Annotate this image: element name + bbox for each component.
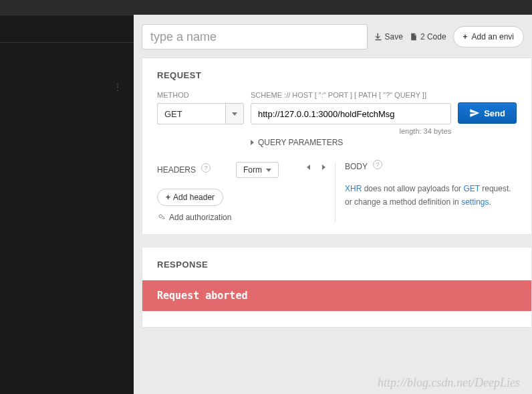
save-button[interactable]: Save <box>374 32 403 41</box>
chevron-left-icon[interactable] <box>307 165 310 170</box>
chevron-down-icon <box>266 169 271 172</box>
pane-arrows <box>297 162 335 222</box>
response-error: Request aborted <box>142 280 531 311</box>
method-value: GET <box>157 103 225 124</box>
response-title: RESPONSE <box>142 260 531 280</box>
method-label: METHOD <box>157 91 244 99</box>
key-icon <box>157 213 165 221</box>
help-icon[interactable]: ? <box>201 163 211 173</box>
sidebar-kebab-icon[interactable]: ⋮ <box>114 82 123 92</box>
sidebar: ⋮ <box>0 15 134 394</box>
add-auth-label: Add authorization <box>169 213 231 222</box>
name-input[interactable] <box>142 24 368 50</box>
code-label: 2 Code <box>420 32 446 41</box>
help-icon[interactable]: ? <box>373 160 382 169</box>
top-bar <box>0 0 532 15</box>
plus-icon: + <box>166 193 170 202</box>
request-title: REQUEST <box>157 70 517 80</box>
xhr-link[interactable]: XHR <box>345 184 362 193</box>
send-label: Send <box>484 108 505 118</box>
sidebar-divider <box>0 42 134 43</box>
headers-label: HEADERS <box>157 165 196 175</box>
main-area: Save 2 Code + Add an envi REQUEST METHOD… <box>134 15 532 394</box>
add-authorization-button[interactable]: Add authorization <box>157 213 297 222</box>
triangle-right-icon <box>251 140 254 145</box>
save-label: Save <box>385 32 403 41</box>
chevron-down-icon <box>232 112 237 116</box>
query-parameters-label: QUERY PARAMETERS <box>258 138 343 147</box>
toolbar: Save 2 Code + Add an envi <box>134 15 532 58</box>
form-label: Form <box>243 165 262 175</box>
add-env-label: Add an envi <box>472 32 514 41</box>
body-label: BODY <box>345 162 368 171</box>
download-icon <box>374 33 382 41</box>
headers-view-toggle[interactable]: Form <box>236 162 279 178</box>
add-header-button[interactable]: + Add header <box>157 189 223 206</box>
method-select[interactable]: GET <box>157 103 244 124</box>
request-panel: REQUEST METHOD GET SCHEME :// HOST [ ":"… <box>142 58 532 235</box>
method-dropdown-toggle[interactable] <box>225 103 244 124</box>
vertical-divider <box>335 162 336 222</box>
send-icon <box>469 108 480 118</box>
get-link[interactable]: GET <box>463 184 479 193</box>
add-header-label: Add header <box>173 193 215 202</box>
chevron-right-icon[interactable] <box>322 165 325 170</box>
headers-column: HEADERS ? Form + Add header <box>157 162 297 222</box>
response-panel: RESPONSE Request aborted <box>142 247 532 328</box>
plus-icon: + <box>463 32 468 41</box>
scheme-label: SCHEME :// HOST [ ":" PORT ] [ PATH [ "?… <box>251 91 451 99</box>
url-input[interactable] <box>251 103 451 124</box>
body-column: BODY ? XHR does not allow payloads for G… <box>340 162 517 222</box>
file-icon <box>410 33 418 41</box>
body-message: XHR does not allow payloads for GET requ… <box>345 182 517 209</box>
query-parameters-toggle[interactable]: QUERY PARAMETERS <box>251 138 517 147</box>
add-environment-button[interactable]: + Add an envi <box>453 26 524 47</box>
settings-link[interactable]: settings <box>461 197 489 207</box>
send-button[interactable]: Send <box>458 102 517 124</box>
url-length: length: 34 bytes <box>251 127 451 135</box>
code-button[interactable]: 2 Code <box>410 32 446 41</box>
